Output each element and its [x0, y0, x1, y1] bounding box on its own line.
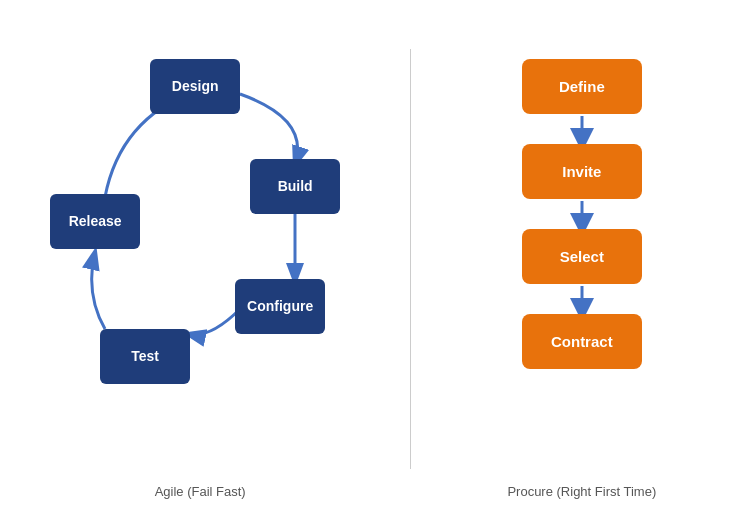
- procure-section: Define Invite: [452, 29, 712, 509]
- cycle-box-configure: Configure: [235, 279, 325, 334]
- procure-flow: Define Invite: [522, 59, 642, 369]
- arrow-test-release: [92, 252, 105, 329]
- proc-box-select: Select: [522, 229, 642, 284]
- define-label: Define: [559, 78, 605, 95]
- test-label: Test: [131, 348, 159, 364]
- proc-box-define: Define: [522, 59, 642, 114]
- proc-arrow-1: [570, 114, 594, 144]
- select-label: Select: [560, 248, 604, 265]
- configure-label: Configure: [247, 298, 313, 314]
- proc-arrow-3: [570, 284, 594, 314]
- cycle-canvas: Design Build Configure Test Release: [40, 39, 360, 439]
- proc-box-invite: Invite: [522, 144, 642, 199]
- proc-box-contract: Contract: [522, 314, 642, 369]
- cycle-box-release: Release: [50, 194, 140, 249]
- procure-caption: Procure (Right First Time): [507, 484, 656, 499]
- arrow-configure-test: [188, 309, 240, 335]
- divider: [410, 49, 411, 469]
- main-container: Design Build Configure Test Release Agil…: [0, 0, 742, 527]
- design-label: Design: [172, 78, 219, 94]
- build-label: Build: [278, 178, 313, 194]
- agile-caption: Agile (Fail Fast): [155, 484, 246, 499]
- cycle-box-test: Test: [100, 329, 190, 384]
- agile-section: Design Build Configure Test Release Agil…: [30, 29, 370, 509]
- invite-label: Invite: [562, 163, 601, 180]
- proc-arrow-2: [570, 199, 594, 229]
- proc-arrow-svg-1: [570, 114, 594, 144]
- arrow-design-build: [240, 94, 298, 164]
- release-label: Release: [69, 213, 122, 229]
- proc-arrow-svg-3: [570, 284, 594, 314]
- cycle-box-build: Build: [250, 159, 340, 214]
- proc-arrow-svg-2: [570, 199, 594, 229]
- cycle-box-design: Design: [150, 59, 240, 114]
- contract-label: Contract: [551, 333, 613, 350]
